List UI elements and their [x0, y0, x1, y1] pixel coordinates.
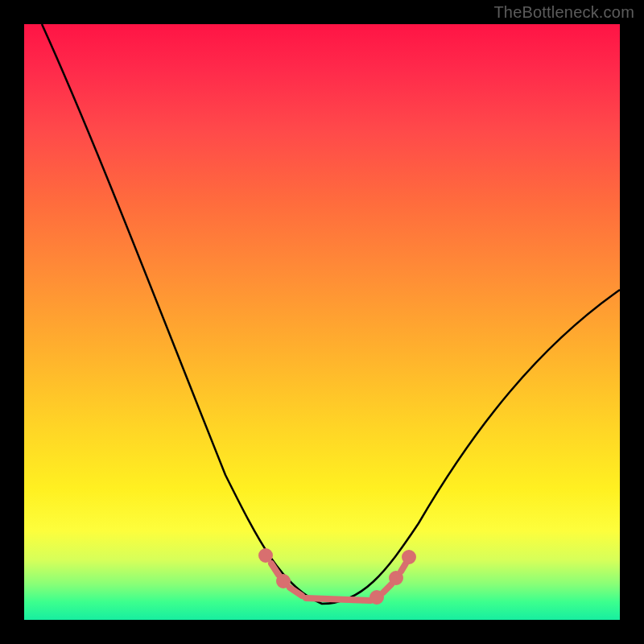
svg-line-6	[383, 584, 391, 592]
bottleneck-curve	[42, 24, 620, 604]
plot-svg	[24, 24, 620, 620]
svg-point-7	[392, 574, 400, 582]
plot-area	[24, 24, 620, 620]
svg-line-8	[401, 564, 406, 572]
valley-markers	[262, 551, 413, 601]
svg-point-9	[405, 553, 413, 561]
chart-frame: TheBottleneck.com	[0, 0, 644, 644]
svg-point-2	[279, 577, 287, 585]
svg-line-3	[290, 588, 302, 596]
svg-point-5	[373, 593, 381, 601]
svg-line-4	[306, 598, 370, 601]
watermark-text: TheBottleneck.com	[493, 3, 634, 22]
svg-point-0	[262, 551, 270, 559]
